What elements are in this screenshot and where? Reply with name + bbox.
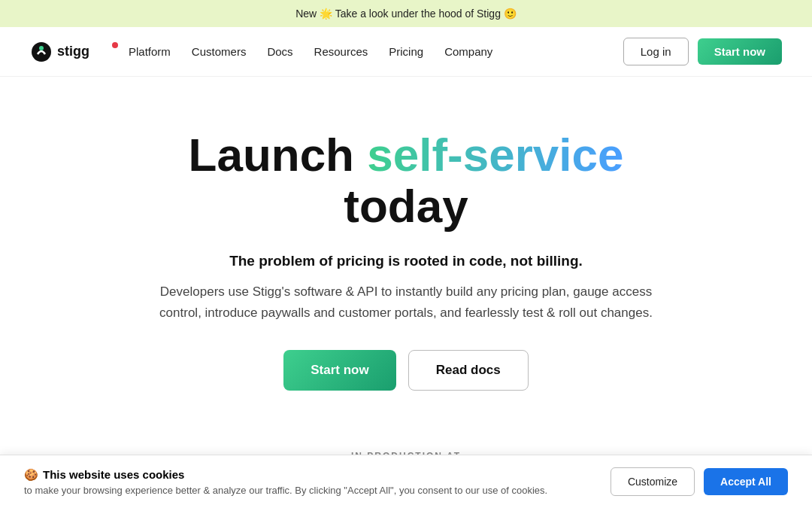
hero-buttons: Start now Read docs (113, 350, 699, 391)
cookie-title: 🍪 This website uses cookies (24, 468, 595, 482)
hero-title: Launch self-servicetoday (113, 129, 699, 232)
nav-links: Platform Customers Docs Resources Pricin… (120, 45, 623, 58)
cookie-text-block: 🍪 This website uses cookies to make your… (24, 468, 595, 496)
nav-platform[interactable]: Platform (120, 45, 171, 58)
nav-docs[interactable]: Docs (267, 45, 292, 58)
customize-button[interactable]: Customize (611, 467, 695, 496)
nav-customers[interactable]: Customers (192, 45, 247, 58)
cookie-body: to make your browsing experience better … (24, 485, 595, 496)
hero-subtitle-bold: The problem of pricing is rooted in code… (113, 253, 699, 269)
logo-text: stigg (57, 44, 89, 59)
nav-resources[interactable]: Resources (314, 45, 368, 58)
nav-start-button[interactable]: Start now (698, 38, 782, 65)
nav-pricing[interactable]: Pricing (389, 45, 423, 58)
accept-all-button[interactable]: Accept All (704, 468, 788, 495)
cookie-actions: Customize Accept All (611, 467, 788, 496)
hero-title-gradient: self-service (367, 129, 623, 181)
logo[interactable]: stigg (30, 41, 89, 63)
hero-title-before: Launch (189, 129, 368, 181)
nav-actions: Log in Start now (623, 38, 782, 65)
platform-notification-dot (112, 42, 118, 48)
cookie-title-text: This website uses cookies (43, 468, 184, 481)
announcement-text: New 🌟 Take a look under the hood of Stig… (295, 8, 517, 20)
login-button[interactable]: Log in (623, 38, 689, 65)
nav-company[interactable]: Company (444, 45, 492, 58)
hero-docs-button[interactable]: Read docs (408, 350, 529, 391)
navbar: stigg Platform Customers Docs Resources … (0, 27, 812, 77)
logo-icon (30, 41, 53, 63)
cookie-banner: 🍪 This website uses cookies to make your… (0, 455, 812, 508)
cookie-icon: 🍪 (24, 468, 38, 482)
svg-point-1 (39, 46, 44, 50)
hero-start-button[interactable]: Start now (283, 350, 395, 391)
announcement-bar: New 🌟 Take a look under the hood of Stig… (0, 0, 812, 27)
hero-subtitle: Developers use Stigg's software & API to… (150, 281, 662, 322)
hero-section: Launch self-servicetoday The problem of … (98, 77, 714, 428)
hero-title-after: today (344, 180, 468, 232)
